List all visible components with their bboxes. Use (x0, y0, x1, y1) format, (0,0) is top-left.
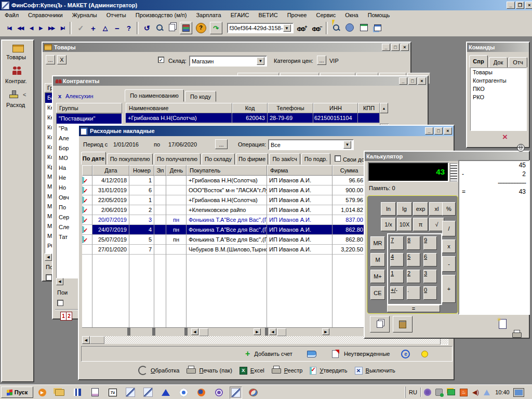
scroll-up-icon[interactable]: ▲ (380, 103, 388, 113)
unapproved-doc-icon[interactable] (332, 350, 339, 358)
command-item-partners[interactable]: Контрагенты (471, 76, 526, 85)
partners-maximize-button[interactable]: □ (408, 77, 417, 85)
collapse-arrow[interactable]: < (23, 91, 26, 98)
key-9[interactable]: 9 (423, 236, 437, 250)
menu-reports[interactable]: Отчеты (102, 12, 131, 18)
process-icon[interactable] (138, 366, 148, 375)
warehouse-combobox[interactable]: Магазин ▼ (189, 56, 267, 66)
partners-filter-checkbox[interactable] (57, 300, 63, 306)
column-header-buyer[interactable]: Покупатель (187, 165, 267, 176)
start-button[interactable]: Пуск (1, 387, 33, 398)
excel-icon[interactable]: X (240, 367, 247, 375)
invoices-minimize-button[interactable]: _ (425, 127, 433, 135)
key-mplus[interactable]: M+ (370, 270, 385, 283)
tab-by-name[interactable]: По наименованию (125, 89, 184, 102)
partners-close-button[interactable]: × (418, 77, 426, 85)
footer-scroll-right-icon[interactable]: ▶ (322, 328, 329, 335)
footer-scroll-thumb[interactable] (199, 328, 208, 336)
key-percent[interactable]: % (442, 202, 456, 216)
process-button[interactable]: Обработка (151, 367, 179, 374)
expense-shortcut-label[interactable]: Расход (6, 102, 25, 108)
goods-minimize-button[interactable]: _ (382, 44, 390, 51)
goods-scroll-left-icon[interactable]: ◀ (45, 254, 52, 261)
expense-shortcut-icon[interactable] (9, 90, 18, 99)
print-pack-button[interactable]: Печать (пак) (199, 367, 232, 374)
undo-icon[interactable]: ↺ (141, 24, 153, 32)
tray-usb-icon[interactable] (435, 389, 443, 396)
find-remove-icon[interactable]: ФФ− (310, 24, 324, 32)
turn-off-button[interactable]: Выключить (366, 367, 395, 374)
key-minus[interactable]: - (442, 256, 456, 272)
notes-icon[interactable] (89, 387, 101, 398)
media-player-icon[interactable]: ▶ (36, 387, 48, 398)
nav-next-button[interactable]: ▶ (36, 25, 45, 31)
warehouse-dropdown-icon[interactable]: ▼ (257, 57, 264, 65)
key-plus[interactable]: + (442, 275, 456, 303)
menu-references[interactable]: Справочники (23, 12, 68, 18)
partners-minimize-button[interactable]: _ (399, 77, 407, 85)
command-item-pko[interactable]: ПКО (471, 85, 526, 93)
period-to-value[interactable]: 17/06/2020 (168, 141, 197, 148)
key-mr[interactable]: MR (370, 236, 385, 250)
nav-fast-next-button[interactable]: ▶▶ (45, 25, 58, 31)
menu-help[interactable]: Помощь (363, 12, 395, 18)
seven-zip-icon[interactable]: 7z (107, 387, 118, 398)
turn-off-icon[interactable]: ✕ (355, 367, 363, 375)
goods-close-button[interactable]: × (401, 44, 409, 51)
structure-icon[interactable] (180, 22, 192, 34)
unapproved-label[interactable]: Неутвержденные (344, 351, 390, 357)
key-equals[interactable]: = (387, 305, 440, 312)
add-record-icon[interactable]: + (87, 24, 99, 33)
tab-by-date[interactable]: По дате (81, 152, 106, 165)
goods-shortcut-icon[interactable] (12, 45, 24, 54)
vpn-triangle-icon[interactable] (160, 387, 171, 398)
delete-command-icon[interactable]: × (502, 132, 508, 142)
tab-by-firm[interactable]: По фирме (236, 153, 268, 165)
footer-scroll-thumb[interactable] (277, 328, 286, 336)
group-item[interactable]: "Поставщики" (57, 114, 122, 124)
calc-paste-button[interactable] (393, 316, 413, 332)
search-icon[interactable] (153, 24, 166, 32)
hscroll-left-icon[interactable]: ◀ (82, 336, 90, 344)
delete-record-icon[interactable]: − (111, 24, 123, 33)
restore-button[interactable]: ❐ (516, 2, 524, 9)
column-header-sum[interactable]: Сумма (332, 165, 366, 176)
operation-combobox[interactable]: Все ▼ (268, 139, 354, 150)
column-header-phones[interactable]: Телефоны (268, 103, 313, 113)
key-exp[interactable]: exp (413, 202, 428, 216)
key-3[interactable]: 3 (423, 270, 437, 283)
person-filter-link[interactable]: Алексухин (65, 93, 94, 99)
column-handle[interactable] (265, 328, 268, 336)
price-category-dots-button[interactable]: ... (317, 56, 326, 65)
key-1[interactable]: 1 (390, 270, 404, 283)
partners-groups-header[interactable]: Группы (56, 103, 122, 113)
key-2[interactable]: 2 (407, 270, 420, 283)
footer-scroll-left-icon[interactable]: ◀ (191, 328, 198, 335)
person-close-icon[interactable]: x (58, 93, 61, 99)
tab-by-code[interactable]: По коду (185, 91, 216, 102)
key-0[interactable]: 0 (423, 286, 437, 300)
fast-search-icon[interactable] (330, 24, 342, 32)
folder-icon[interactable] (54, 387, 65, 398)
partners-titlebar[interactable]: Контрагенты _ □ × (53, 76, 428, 86)
partners-shortcut-icon[interactable] (12, 66, 22, 76)
column-header-number[interactable]: Номер (129, 165, 154, 176)
viber-icon[interactable] (213, 387, 224, 398)
column-header-inn[interactable]: ИНН (313, 103, 358, 113)
command-item-rko[interactable]: РКО (471, 93, 526, 101)
goods-filter-checkbox[interactable] (46, 274, 52, 281)
menu-vetis[interactable]: ВЕТИС (254, 12, 282, 18)
nav-last-button[interactable]: ▶Ι (58, 25, 68, 31)
key-pi[interactable]: π (413, 218, 428, 231)
key-lg[interactable]: lg (397, 202, 412, 216)
tab-reports[interactable]: Отч (509, 57, 527, 68)
menu-other[interactable]: Прочее (283, 12, 312, 18)
catalog-icon[interactable] (72, 387, 83, 398)
goods-titlebar[interactable]: Товары _ □ × (43, 43, 410, 52)
key-4[interactable]: 4 (390, 253, 404, 267)
period-from-value[interactable]: 1/01/2016 (113, 141, 139, 148)
help-icon[interactable]: ? (196, 23, 206, 33)
hscroll-thumb[interactable] (90, 336, 104, 344)
menu-production[interactable]: Производство (м/п) (131, 12, 192, 18)
tab-documents[interactable]: Док (489, 57, 508, 68)
